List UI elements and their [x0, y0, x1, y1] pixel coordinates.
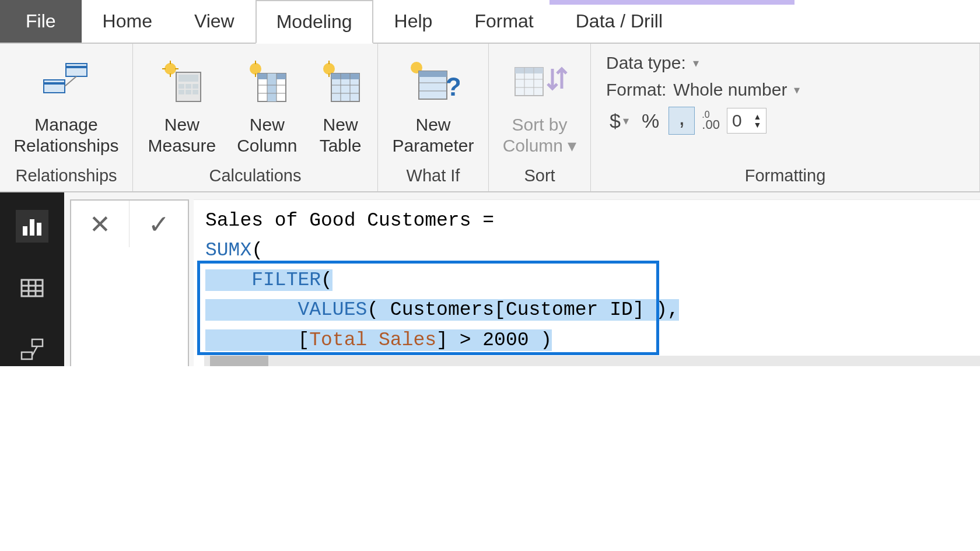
group-formatting-label: Formatting — [598, 163, 972, 189]
svg-rect-12 — [178, 84, 184, 89]
data-type-dropdown[interactable]: ▾ — [693, 56, 699, 70]
content-area: Iter ✕ ✓ Sales of Good Customers = SUMX(… — [0, 192, 980, 366]
new-column-icon — [245, 55, 289, 111]
svg-rect-3 — [44, 82, 65, 85]
left-sidebar — [0, 192, 64, 366]
cancel-formula-button[interactable]: ✕ — [71, 201, 130, 247]
tab-view[interactable]: View — [173, 0, 256, 43]
new-measure-button[interactable]: New Measure — [143, 53, 220, 159]
svg-rect-44 — [515, 68, 543, 73]
decimal-places-icon[interactable]: .0 .00 — [698, 108, 723, 133]
sort-by-column-icon — [512, 55, 568, 111]
decimal-places-spinner[interactable]: 0 ▲▼ — [727, 108, 767, 134]
svg-text:?: ? — [446, 72, 460, 101]
decimal-value: 0 — [732, 111, 742, 131]
svg-rect-14 — [192, 84, 198, 89]
svg-line-4 — [65, 76, 76, 86]
tab-bar: File Home View Modeling Help Format Data… — [0, 0, 980, 44]
model-view-button[interactable] — [16, 334, 48, 366]
ribbon: Manage Relationships Relationships N — [0, 44, 980, 192]
new-measure-icon — [160, 55, 204, 111]
sort-by-column-label: Sort by Column ▾ — [503, 114, 577, 156]
thousands-separator-button[interactable]: , — [668, 107, 695, 135]
svg-rect-58 — [22, 352, 32, 359]
commit-formula-button[interactable]: ✓ — [130, 201, 188, 247]
svg-rect-39 — [419, 71, 447, 77]
table-icon — [20, 276, 44, 300]
data-view-button[interactable] — [16, 272, 48, 304]
group-whatif: ? New Parameter What If — [378, 44, 489, 191]
svg-line-59 — [32, 346, 37, 356]
horizontal-scrollbar[interactable] — [204, 356, 980, 366]
currency-button[interactable]: $▾ — [606, 107, 632, 135]
group-calculations: New Measure New Column — [133, 44, 378, 191]
new-parameter-label: New Parameter — [392, 114, 474, 156]
new-table-label: New Table — [320, 114, 362, 156]
bar-chart-icon — [20, 215, 44, 238]
formula-bar-buttons: ✕ ✓ — [70, 199, 189, 366]
svg-rect-23 — [267, 73, 276, 101]
svg-rect-51 — [37, 223, 41, 236]
new-table-icon — [318, 55, 363, 111]
manage-relationships-button[interactable]: Manage Relationships — [9, 53, 123, 159]
new-parameter-button[interactable]: ? New Parameter — [387, 53, 478, 159]
accent-bar — [550, 0, 794, 5]
report-canvas: Iter ✕ ✓ Sales of Good Customers = SUMX(… — [64, 192, 980, 366]
chevron-down-icon: ▾ — [568, 136, 576, 155]
tab-file[interactable]: File — [0, 0, 82, 43]
svg-rect-17 — [192, 90, 198, 94]
tab-help[interactable]: Help — [373, 0, 454, 43]
svg-rect-52 — [22, 280, 43, 296]
svg-rect-49 — [23, 226, 27, 236]
tab-home[interactable]: Home — [82, 0, 173, 43]
svg-rect-50 — [30, 219, 34, 236]
group-sort-label: Sort — [496, 163, 583, 189]
new-column-button[interactable]: New Column — [232, 53, 302, 159]
group-relationships: Manage Relationships Relationships — [0, 44, 133, 191]
svg-rect-15 — [178, 90, 184, 94]
tab-modeling[interactable]: Modeling — [256, 0, 373, 44]
relationships-icon — [41, 55, 90, 111]
sort-by-column-button[interactable]: Sort by Column ▾ — [498, 53, 582, 159]
percent-button[interactable]: % — [636, 107, 665, 135]
tab-data-drill[interactable]: Data / Drill — [555, 0, 684, 43]
tab-format[interactable]: Format — [453, 0, 554, 43]
data-type-label: Data type: — [606, 53, 686, 73]
svg-rect-32 — [331, 73, 359, 79]
format-value: Whole number — [673, 80, 787, 100]
svg-rect-16 — [186, 90, 191, 94]
svg-rect-11 — [178, 75, 198, 82]
svg-rect-57 — [32, 339, 43, 346]
group-calculations-label: Calculations — [140, 163, 370, 189]
format-label: Format: — [606, 80, 666, 100]
group-formatting: Data type: ▾ Format: Whole number ▾ $▾ %… — [591, 44, 980, 191]
model-icon — [19, 337, 45, 363]
new-parameter-icon: ? — [407, 55, 460, 111]
group-whatif-label: What If — [385, 163, 481, 189]
svg-rect-2 — [44, 80, 65, 93]
manage-relationships-label: Manage Relationships — [13, 114, 118, 156]
svg-rect-13 — [186, 84, 191, 89]
svg-point-5 — [164, 63, 176, 75]
svg-rect-1 — [66, 66, 87, 68]
formula-bar[interactable]: Sales of Good Customers = SUMX( FILTER( … — [194, 199, 980, 366]
format-dropdown[interactable]: ▾ — [794, 83, 800, 97]
new-column-label: New Column — [237, 114, 297, 156]
svg-rect-0 — [66, 64, 87, 76]
new-measure-label: New Measure — [148, 114, 216, 156]
group-relationships-label: Relationships — [7, 163, 125, 189]
group-sort: Sort by Column ▾ Sort — [489, 44, 591, 191]
new-table-button[interactable]: New Table — [314, 53, 368, 159]
report-view-button[interactable] — [16, 210, 48, 243]
